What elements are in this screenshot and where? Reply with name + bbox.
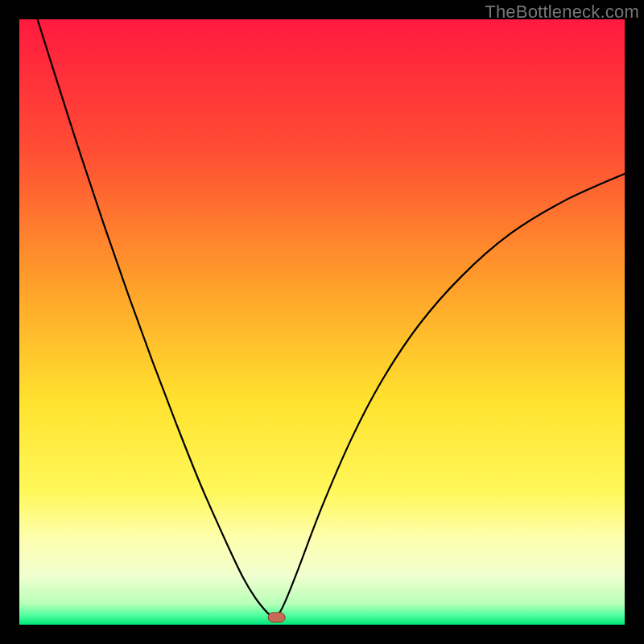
chart-frame [19,19,625,625]
optimum-marker [268,613,285,622]
gradient-background [19,19,625,625]
bottleneck-chart [19,19,625,625]
watermark-text: TheBottleneck.com [485,2,639,23]
